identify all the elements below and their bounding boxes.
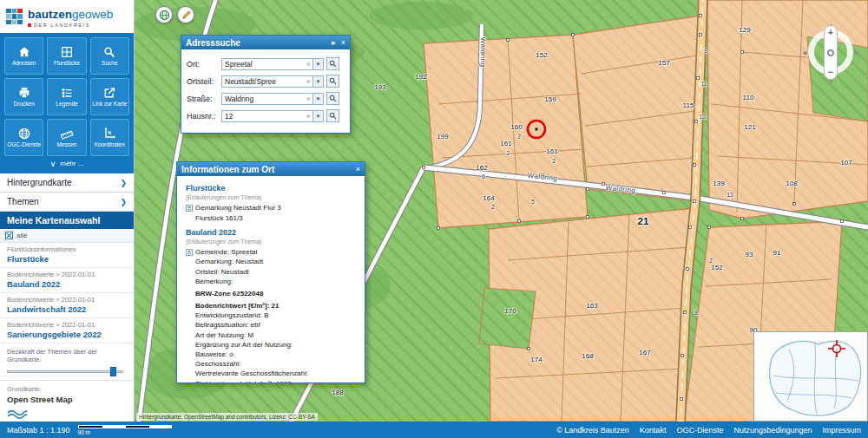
opacity-section: Deckkraft der Themen über der Grundkarte… — [0, 343, 134, 380]
slider-handle[interactable] — [110, 367, 116, 376]
tool-tile[interactable]: Adressen — [4, 37, 43, 75]
pan-left-icon[interactable]: ◀ — [802, 49, 806, 56]
zoom-slider[interactable]: + − — [824, 25, 838, 80]
sidebar-panels: Hintergrundkarte ❯ Themen ❯ — [0, 173, 134, 212]
info-line: Beitragssituation: ebf — [186, 321, 357, 329]
tool-icon — [17, 86, 31, 100]
zoom-slider-knob[interactable] — [827, 49, 834, 56]
footer-link[interactable]: OGC-Dienste — [676, 426, 723, 435]
opacity-slider[interactable] — [7, 367, 127, 376]
redlining-pencil-button[interactable] — [177, 6, 194, 23]
clear-icon[interactable]: × — [305, 112, 312, 121]
layer-icon — [186, 205, 193, 212]
info-text: Gemeinde: Spreetal — [195, 248, 257, 256]
dropdown-icon[interactable]: ▾ — [312, 94, 323, 104]
magnifier-icon — [329, 112, 337, 120]
info-text: BRW-Zone 62522048 — [195, 290, 263, 297]
info-line: Gemarkung Neustadt Flur 3 — [186, 204, 357, 212]
more-tools-button[interactable]: ∨ mehr ... — [4, 156, 129, 171]
footer-link[interactable]: © Landkreis Bautzen — [556, 426, 629, 435]
info-text: (Erläuterungen zum Thema) — [186, 194, 261, 201]
map-toolbar — [155, 6, 194, 23]
clear-icon[interactable]: × — [305, 77, 312, 86]
tool-tile[interactable]: Messen — [47, 119, 86, 156]
clear-icon[interactable]: × — [305, 60, 312, 69]
brand-secondary: geoweb — [72, 8, 113, 21]
checkbox-icon[interactable] — [5, 232, 13, 239]
field-search-button[interactable] — [326, 92, 339, 105]
overview-globe-button[interactable] — [155, 6, 173, 23]
geoweb-app: bautzengeoweb DER LANDKREIS Adressen Flu… — [0, 0, 868, 438]
tool-label: OGC-Dienste — [7, 142, 41, 148]
field-search-button[interactable] — [326, 57, 339, 70]
map-selection-header: Meine Kartenauswahl — [0, 212, 134, 229]
map-viewport[interactable]: 1931921991521591571291151101211071081391… — [135, 0, 868, 422]
slider-track[interactable] — [7, 370, 123, 373]
close-icon[interactable]: × — [356, 165, 360, 173]
tool-tile[interactable]: Suche — [90, 37, 129, 75]
info-line: (Erläuterungen zum Thema) — [186, 194, 357, 201]
theme-group-path: Bodenrichtwerte > 2022-01-01 — [7, 296, 127, 304]
tool-tile[interactable]: Koordinaten — [90, 119, 129, 156]
tool-tile[interactable]: Link zur Karte — [90, 78, 129, 115]
input-value: 12 — [225, 112, 305, 121]
theme-name-link[interactable]: Landwirtschaft 2022 — [7, 304, 127, 314]
info-text: Entwicklungszustand: B — [195, 311, 269, 319]
dropdown-icon[interactable]: ▾ — [312, 76, 323, 87]
text-input[interactable]: Waldring × ▾ — [221, 93, 324, 105]
overview-map[interactable] — [753, 331, 868, 422]
zoom-out-button[interactable]: − — [828, 68, 833, 76]
text-input[interactable]: 12 × ▾ — [221, 110, 324, 122]
text-input[interactable]: Spreetal × ▾ — [221, 58, 324, 70]
info-text: Geschosszahl: — [195, 360, 240, 368]
info-line: Geschosszahl: — [186, 360, 357, 368]
dropdown-icon[interactable]: ▾ — [312, 111, 323, 121]
footer-link[interactable]: Impressum — [822, 426, 861, 435]
basemap-name[interactable]: Open Street Map — [7, 395, 127, 404]
scalebar-graphic — [78, 425, 172, 428]
collapse-icon[interactable]: ▸ — [332, 38, 336, 47]
info-line: Bemerkung: — [186, 278, 357, 285]
zoom-in-button[interactable]: + — [828, 29, 833, 37]
tool-tile[interactable]: OGC-Dienste — [4, 119, 43, 156]
theme-name-link[interactable]: Sanierungsgebiete 2022 — [7, 330, 127, 339]
info-line: Gemeinde: Spreetal — [186, 248, 357, 256]
tool-tile[interactable]: Flurstücke — [47, 37, 86, 75]
globe-icon — [159, 10, 170, 21]
dialog-titlebar[interactable]: Adresssuche ▸ × — [181, 36, 350, 49]
field-search-button[interactable] — [326, 109, 339, 122]
info-line: Art der Nutzung: M — [186, 331, 357, 339]
tool-label: Flurstücke — [54, 61, 80, 67]
footer-links: © Landkreis Bautzen Kontakt OGC-Dienste … — [556, 426, 861, 435]
logo-text: bautzengeoweb DER LANDKREIS — [28, 6, 113, 28]
pan-right-icon[interactable]: ▶ — [855, 49, 859, 56]
footer-link[interactable]: Kontakt — [640, 426, 667, 435]
dropdown-icon[interactable]: ▾ — [312, 59, 323, 69]
footer-link[interactable]: Nutzungsbedingungen — [733, 426, 812, 435]
theme-name-link[interactable]: Bauland 2022 — [7, 279, 127, 289]
sidebar-panel-row[interactable]: Themen ❯ — [0, 193, 134, 212]
sidebar-panel-row[interactable]: Hintergrundkarte ❯ — [0, 173, 134, 193]
tool-tile[interactable]: Drucken — [4, 78, 43, 115]
close-icon[interactable]: × — [341, 38, 345, 47]
text-input[interactable]: Neustadt/Spree × ▾ — [221, 75, 324, 88]
tool-label: Legende — [56, 101, 77, 108]
tool-tile[interactable]: Legende — [47, 78, 86, 115]
input-value: Spreetal — [225, 60, 305, 69]
address-form: Ort: Spreetal × ▾ — [181, 49, 350, 133]
field-search-button[interactable] — [326, 75, 339, 88]
theme-group-path: Flurstücksinformationen — [7, 245, 127, 253]
tool-icon — [17, 45, 31, 59]
field-label: Ortsteil: — [187, 77, 221, 86]
pan-zoom-control[interactable]: ▲ ◀ ▶ ▼ + − — [804, 23, 858, 83]
scalebar-distance: 90 m — [78, 429, 172, 435]
select-all-row[interactable]: alle — [0, 229, 134, 243]
info-text: Gemarkung: Neustadt — [195, 258, 263, 265]
info-line[interactable]: Bauland 2022 — [186, 228, 357, 237]
info-line[interactable]: Flurstücke — [186, 184, 357, 193]
clear-icon[interactable]: × — [305, 95, 312, 103]
dialog-titlebar[interactable]: Informationen zum Ort × — [177, 162, 365, 176]
theme-name-link[interactable]: Flurstücke — [7, 254, 127, 264]
map-attribution: Hintergrundkarte: OpenStreetMap and cont… — [136, 413, 318, 421]
input-value: Waldring — [225, 95, 305, 103]
